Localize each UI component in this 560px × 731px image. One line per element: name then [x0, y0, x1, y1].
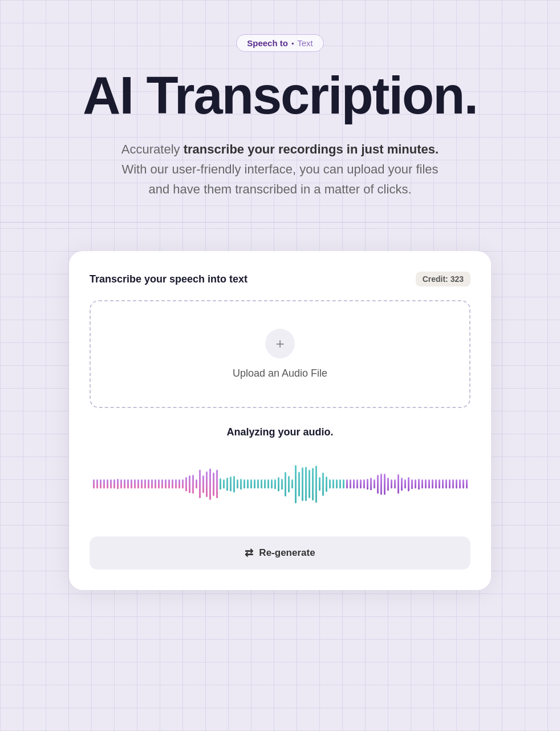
analyzing-text: Analyzing your audio. [226, 426, 333, 438]
waveform-bar [148, 479, 149, 488]
waveform-bar [267, 479, 269, 488]
waveform-bar [291, 479, 293, 488]
waveform-bar [134, 479, 136, 488]
waveform-bar [107, 479, 108, 488]
upload-plus-button[interactable]: + [265, 329, 295, 358]
waveform-bar [445, 479, 447, 488]
waveform-bar [322, 472, 324, 496]
waveform-bar [117, 479, 119, 489]
waveform-bar [442, 479, 444, 488]
badge: Speech to ▪ Text [236, 34, 323, 52]
waveform-bar [391, 479, 392, 488]
waveform-bar [254, 479, 255, 488]
waveform-bar [274, 479, 276, 489]
badge-left-text: Speech to [247, 38, 288, 48]
main-card: Transcribe your speech into text Credit:… [69, 251, 491, 590]
waveform-bar [96, 479, 98, 488]
waveform-bar [459, 479, 461, 488]
waveform-bar [394, 479, 396, 488]
waveform-bar [240, 479, 242, 490]
waveform-bar [103, 479, 105, 488]
waveform-bar [137, 479, 139, 488]
waveform-bar [189, 475, 190, 493]
waveform-bar [93, 479, 95, 488]
waveform-bar [466, 479, 468, 488]
waveform-bar [312, 468, 314, 500]
waveform-bar [182, 479, 184, 488]
waveform-bar [339, 479, 341, 488]
waveform-bar [113, 479, 115, 488]
waveform-bar [264, 479, 266, 488]
subtitle-bold: transcribe your recordings in just minut… [184, 142, 439, 156]
waveform-bar [418, 479, 420, 490]
waveform-bar [356, 479, 358, 488]
waveform-bar [158, 479, 160, 488]
waveform-bar [367, 479, 368, 490]
waveform-bar [332, 479, 334, 488]
waveform-bar [196, 479, 197, 488]
waveform-bar [127, 479, 129, 488]
waveform-bar [363, 479, 365, 488]
waveform-bar [165, 479, 167, 488]
waveform-bar [329, 479, 331, 488]
waveform-bar [439, 479, 440, 488]
waveform-bar [315, 466, 317, 503]
waveform-bar [192, 475, 194, 494]
waveform-bar [397, 474, 399, 494]
card-section: Transcribe your speech into text Credit:… [0, 223, 560, 624]
waveform-bar [233, 476, 235, 492]
waveform-bar [428, 479, 430, 488]
waveform-bar [141, 479, 143, 488]
analyzing-section: Analyzing your audio. [90, 426, 470, 518]
waveform-bar [161, 479, 163, 488]
badge-dot: ▪ [291, 39, 294, 47]
badge-right-text: Text [297, 38, 313, 48]
waveform-bar [213, 472, 214, 496]
waveform-bar [370, 478, 372, 490]
waveform-bar [124, 479, 125, 488]
waveform-bar [144, 479, 146, 488]
waveform-bar [220, 478, 221, 490]
waveform-bar [226, 478, 228, 491]
waveform-bar [309, 470, 310, 498]
waveform-bar [377, 475, 379, 494]
regenerate-button[interactable]: ⇄ Re-generate [90, 536, 470, 570]
waveform-bar [384, 474, 385, 495]
waveform-bar [120, 479, 122, 488]
subtitle-rest: With our user-friendly interface, you ca… [121, 162, 438, 196]
waveform-bar [421, 479, 423, 488]
waveform-bar [319, 477, 320, 491]
waveform-bar [185, 477, 187, 491]
regenerate-icon: ⇄ [245, 547, 253, 559]
waveform-bar [449, 479, 451, 488]
waveform-bar [209, 469, 211, 500]
waveform-bar [432, 479, 433, 488]
waveform-bar [237, 479, 238, 488]
waveform-bar [223, 479, 225, 488]
waveform-bar [151, 479, 153, 488]
upload-label: Upload an Audio File [233, 367, 327, 379]
waveform-bar [288, 476, 290, 492]
waveform-bar [374, 479, 375, 488]
waveform-bar [216, 470, 218, 498]
waveform-bar [199, 470, 201, 498]
waveform-bar [387, 478, 389, 491]
card-header: Transcribe your speech into text Credit:… [90, 272, 470, 286]
waveform-bar [336, 479, 338, 488]
waveform-bar [343, 479, 344, 488]
waveform-bar [168, 479, 170, 488]
waveform-bar [244, 479, 245, 488]
waveform-bar [435, 479, 437, 488]
subtitle: Accurately transcribe your recordings in… [115, 139, 445, 200]
waveform-bar [298, 472, 300, 496]
waveform-bar [350, 479, 351, 488]
waveform-bar [415, 479, 416, 488]
waveform-bar [131, 479, 132, 488]
waveform-bar [305, 467, 307, 501]
upload-area[interactable]: + Upload an Audio File [90, 300, 470, 408]
waveform-bar [110, 479, 112, 488]
waveform-bar [172, 479, 173, 488]
waveform-bar [425, 479, 427, 488]
hero-section: Speech to ▪ Text AI Transcription. Accur… [0, 0, 560, 223]
waveform-bar [175, 479, 177, 488]
